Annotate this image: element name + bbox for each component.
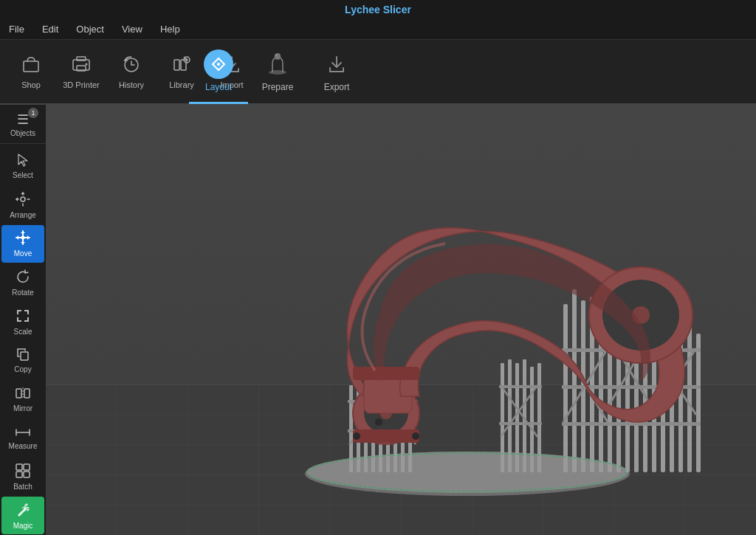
svg-rect-48 [572, 289, 577, 472]
svg-rect-29 [16, 472, 22, 477]
svg-point-14 [269, 70, 286, 75]
svg-rect-97 [353, 367, 419, 380]
svg-point-18 [21, 197, 25, 201]
svg-point-17 [275, 55, 277, 56]
tool-rotate-button[interactable]: Rotate ▶ [1, 264, 44, 302]
svg-rect-101 [508, 359, 512, 472]
toolbar-shop-button[interactable]: Shop [6, 44, 56, 100]
measure-label: Measure [9, 442, 38, 450]
menu-bar: File Edit Object View Help [0, 19, 756, 40]
tool-scale-button[interactable]: Scale [1, 303, 44, 340]
mode-prepare-label: Prepare [262, 82, 294, 92]
tool-magic-button[interactable]: Magic [1, 497, 44, 534]
printer-icon [71, 54, 92, 77]
sidebar-top: 1 ☰ Objects [0, 105, 46, 144]
mode-prepare-button[interactable]: Prepare [248, 39, 307, 104]
svg-rect-104 [530, 367, 534, 472]
batch-icon [15, 463, 31, 481]
tool-measure-button[interactable]: Measure [1, 419, 44, 457]
tool-mirror-button[interactable]: Mirror [1, 381, 44, 418]
arrange-label: Arrange [10, 211, 36, 219]
toolbar-printer-label: 3D Printer [63, 80, 100, 89]
tool-arrange-button[interactable]: Arrange [1, 187, 44, 224]
magic-icon [15, 502, 31, 520]
toolbar-history-label: History [119, 80, 144, 89]
svg-rect-102 [515, 363, 519, 472]
svg-rect-109 [499, 422, 542, 425]
svg-point-46 [306, 452, 628, 493]
magic-label: Magic [13, 522, 33, 530]
measure-icon [15, 426, 31, 441]
svg-rect-0 [24, 61, 38, 72]
toolbar: Shop 3D Printer History [0, 40, 756, 105]
toolbar-printer-button[interactable]: 3D Printer [56, 44, 106, 100]
copy-icon [16, 347, 30, 364]
menu-edit[interactable]: Edit [39, 22, 61, 36]
svg-point-99 [412, 432, 419, 440]
svg-rect-100 [501, 363, 504, 472]
app-title: Lychee Slicer [345, 4, 411, 15]
history-icon [121, 54, 142, 77]
mode-layout-button[interactable]: Layout [189, 39, 248, 104]
mirror-label: Mirror [13, 404, 32, 413]
svg-rect-6 [174, 60, 179, 70]
viewport[interactable] [46, 105, 756, 535]
select-icon [16, 153, 30, 170]
menu-icon: ☰ [17, 111, 29, 128]
mirror-icon [15, 386, 31, 403]
toolbar-history-button[interactable]: History [106, 44, 157, 100]
tool-move-button[interactable]: Move [1, 225, 44, 263]
menu-object[interactable]: Object [73, 22, 107, 36]
shop-icon [21, 54, 41, 77]
mode-buttons: Layout Prepare [189, 39, 567, 104]
menu-file[interactable]: File [6, 22, 27, 36]
objects-badge: 1 [28, 108, 38, 118]
scale-label: Scale [13, 328, 32, 336]
copy-label: Copy [14, 365, 31, 373]
svg-rect-22 [24, 389, 30, 398]
3d-model [46, 105, 756, 535]
mode-layout-label: Layout [205, 82, 232, 92]
main-content: 1 ☰ Objects Select [0, 105, 756, 535]
title-bar: Lychee Slicer [0, 0, 756, 19]
svg-point-90 [375, 418, 382, 426]
tool-batch-button[interactable]: Batch [1, 458, 44, 496]
mode-export-button[interactable]: Export [307, 39, 366, 104]
scale-icon [15, 308, 31, 326]
rotate-label: Rotate [12, 289, 33, 297]
tool-select-button[interactable]: Select [1, 148, 44, 185]
rotate-icon [15, 269, 31, 287]
svg-rect-105 [537, 363, 541, 472]
svg-rect-2 [77, 57, 86, 61]
select-label: Select [13, 171, 33, 179]
svg-point-19 [21, 236, 25, 240]
prepare-icon [263, 49, 292, 79]
svg-point-16 [275, 53, 281, 59]
mode-export-label: Export [324, 82, 350, 92]
svg-rect-7 [181, 60, 186, 70]
objects-button[interactable]: 1 ☰ Objects [0, 105, 46, 143]
arrange-icon [15, 191, 31, 210]
export-icon [322, 49, 351, 79]
left-sidebar: 1 ☰ Objects Select [0, 105, 46, 535]
toolbar-shop-label: Shop [21, 80, 41, 89]
svg-point-9 [217, 63, 220, 66]
svg-rect-71 [562, 422, 701, 426]
move-label: Move [14, 249, 32, 258]
svg-rect-108 [499, 385, 542, 388]
svg-rect-21 [16, 389, 21, 398]
svg-rect-27 [16, 464, 22, 470]
svg-rect-20 [21, 352, 28, 360]
objects-label: Objects [10, 129, 35, 137]
svg-rect-96 [353, 429, 419, 443]
menu-help[interactable]: Help [157, 22, 183, 36]
layout-icon [204, 49, 233, 79]
svg-point-31 [24, 506, 27, 509]
svg-rect-62 [696, 334, 701, 472]
svg-rect-28 [24, 464, 30, 470]
batch-label: Batch [13, 483, 32, 491]
menu-view[interactable]: View [119, 22, 145, 36]
svg-point-4 [86, 63, 88, 66]
tool-copy-button[interactable]: Copy [1, 342, 44, 379]
svg-point-98 [353, 432, 360, 440]
